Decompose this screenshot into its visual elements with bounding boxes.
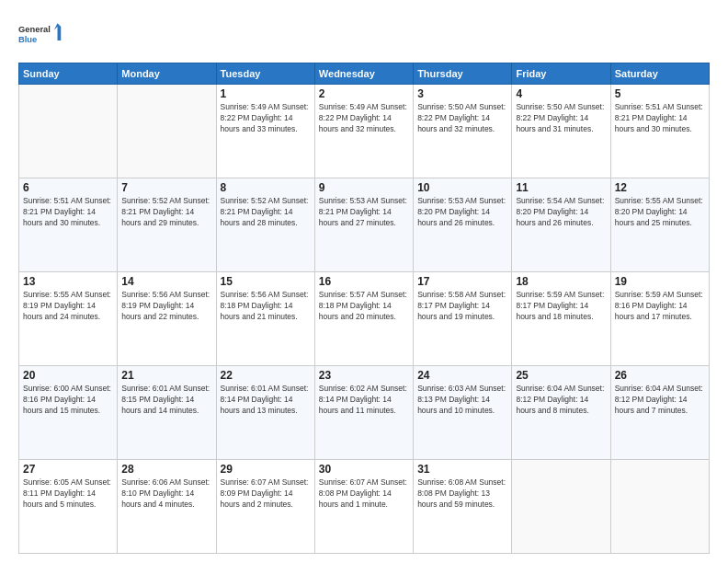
- calendar-cell: 31Sunrise: 6:08 AM Sunset: 8:08 PM Dayli…: [414, 460, 512, 554]
- calendar-cell: 29Sunrise: 6:07 AM Sunset: 8:09 PM Dayli…: [216, 460, 314, 554]
- day-number: 22: [221, 369, 311, 382]
- day-info: Sunrise: 5:59 AM Sunset: 8:16 PM Dayligh…: [615, 290, 705, 323]
- calendar-cell: 3Sunrise: 5:50 AM Sunset: 8:22 PM Daylig…: [414, 85, 512, 178]
- day-number: 9: [319, 181, 409, 194]
- day-info: Sunrise: 5:51 AM Sunset: 8:21 PM Dayligh…: [23, 196, 113, 229]
- calendar-cell: [19, 85, 118, 178]
- day-number: 19: [615, 275, 705, 288]
- day-number: 15: [221, 275, 311, 288]
- calendar-cell: 21Sunrise: 6:01 AM Sunset: 8:15 PM Dayli…: [118, 366, 216, 460]
- day-number: 29: [221, 463, 311, 476]
- calendar-cell: 17Sunrise: 5:58 AM Sunset: 8:17 PM Dayli…: [414, 272, 512, 366]
- calendar-cell: 22Sunrise: 6:01 AM Sunset: 8:14 PM Dayli…: [216, 366, 314, 460]
- day-info: Sunrise: 5:56 AM Sunset: 8:18 PM Dayligh…: [221, 290, 311, 323]
- calendar-cell: [118, 85, 216, 178]
- calendar-cell: 20Sunrise: 6:00 AM Sunset: 8:16 PM Dayli…: [19, 366, 118, 460]
- calendar-cell: [610, 460, 709, 554]
- calendar-cell: 24Sunrise: 6:03 AM Sunset: 8:13 PM Dayli…: [414, 366, 512, 460]
- day-number: 27: [23, 463, 113, 476]
- day-info: Sunrise: 6:00 AM Sunset: 8:16 PM Dayligh…: [23, 384, 113, 417]
- day-number: 12: [615, 181, 705, 194]
- day-number: 11: [516, 181, 606, 194]
- calendar-cell: 16Sunrise: 5:57 AM Sunset: 8:18 PM Dayli…: [314, 272, 413, 366]
- calendar-week-row: 20Sunrise: 6:00 AM Sunset: 8:16 PM Dayli…: [19, 366, 710, 460]
- day-info: Sunrise: 6:01 AM Sunset: 8:14 PM Dayligh…: [221, 384, 311, 417]
- day-number: 5: [615, 87, 705, 100]
- day-number: 2: [319, 87, 409, 100]
- day-number: 16: [319, 275, 409, 288]
- day-number: 8: [221, 181, 311, 194]
- day-info: Sunrise: 5:51 AM Sunset: 8:21 PM Dayligh…: [615, 102, 705, 135]
- calendar: SundayMondayTuesdayWednesdayThursdayFrid…: [18, 63, 710, 554]
- day-number: 20: [23, 369, 113, 382]
- calendar-cell: 26Sunrise: 6:04 AM Sunset: 8:12 PM Dayli…: [610, 366, 709, 460]
- day-number: 10: [417, 181, 507, 194]
- day-number: 4: [516, 87, 606, 100]
- day-number: 7: [121, 181, 211, 194]
- header: General Blue: [18, 15, 710, 53]
- calendar-cell: 6Sunrise: 5:51 AM Sunset: 8:21 PM Daylig…: [19, 178, 118, 272]
- logo-svg: General Blue: [18, 15, 64, 53]
- calendar-week-row: 13Sunrise: 5:55 AM Sunset: 8:19 PM Dayli…: [19, 272, 710, 366]
- day-number: 25: [516, 369, 606, 382]
- day-info: Sunrise: 6:04 AM Sunset: 8:12 PM Dayligh…: [615, 384, 705, 417]
- weekday-header: Thursday: [414, 63, 512, 85]
- svg-text:General: General: [18, 25, 51, 34]
- day-number: 24: [417, 369, 507, 382]
- day-info: Sunrise: 5:53 AM Sunset: 8:21 PM Dayligh…: [319, 196, 409, 229]
- calendar-cell: 8Sunrise: 5:52 AM Sunset: 8:21 PM Daylig…: [216, 178, 314, 272]
- day-info: Sunrise: 5:56 AM Sunset: 8:19 PM Dayligh…: [121, 290, 211, 323]
- calendar-cell: 4Sunrise: 5:50 AM Sunset: 8:22 PM Daylig…: [512, 85, 610, 178]
- weekday-header: Saturday: [610, 63, 709, 85]
- day-info: Sunrise: 6:07 AM Sunset: 8:09 PM Dayligh…: [221, 477, 311, 511]
- calendar-cell: 18Sunrise: 5:59 AM Sunset: 8:17 PM Dayli…: [512, 272, 610, 366]
- day-info: Sunrise: 5:55 AM Sunset: 8:19 PM Dayligh…: [23, 290, 113, 323]
- day-info: Sunrise: 5:57 AM Sunset: 8:18 PM Dayligh…: [319, 290, 409, 323]
- day-info: Sunrise: 5:49 AM Sunset: 8:22 PM Dayligh…: [221, 102, 311, 135]
- calendar-cell: 9Sunrise: 5:53 AM Sunset: 8:21 PM Daylig…: [314, 178, 413, 272]
- day-info: Sunrise: 5:54 AM Sunset: 8:20 PM Dayligh…: [516, 196, 606, 229]
- calendar-cell: 2Sunrise: 5:49 AM Sunset: 8:22 PM Daylig…: [314, 85, 413, 178]
- day-info: Sunrise: 5:52 AM Sunset: 8:21 PM Dayligh…: [221, 196, 311, 229]
- day-info: Sunrise: 5:55 AM Sunset: 8:20 PM Dayligh…: [615, 196, 705, 229]
- calendar-cell: 1Sunrise: 5:49 AM Sunset: 8:22 PM Daylig…: [216, 85, 314, 178]
- calendar-cell: 25Sunrise: 6:04 AM Sunset: 8:12 PM Dayli…: [512, 366, 610, 460]
- logo: General Blue: [18, 15, 64, 53]
- calendar-week-row: 1Sunrise: 5:49 AM Sunset: 8:22 PM Daylig…: [19, 85, 710, 178]
- day-number: 1: [221, 87, 311, 100]
- calendar-body: 1Sunrise: 5:49 AM Sunset: 8:22 PM Daylig…: [19, 85, 710, 554]
- day-number: 17: [417, 275, 507, 288]
- day-info: Sunrise: 6:03 AM Sunset: 8:13 PM Dayligh…: [417, 384, 507, 417]
- day-number: 3: [417, 87, 507, 100]
- day-info: Sunrise: 5:52 AM Sunset: 8:21 PM Dayligh…: [121, 196, 211, 229]
- page: General Blue SundayMondayTuesdayWednesda…: [0, 0, 728, 563]
- weekday-row: SundayMondayTuesdayWednesdayThursdayFrid…: [19, 63, 710, 85]
- day-number: 18: [516, 275, 606, 288]
- calendar-week-row: 6Sunrise: 5:51 AM Sunset: 8:21 PM Daylig…: [19, 178, 710, 272]
- day-number: 13: [23, 275, 113, 288]
- day-info: Sunrise: 6:01 AM Sunset: 8:15 PM Dayligh…: [121, 384, 211, 417]
- day-info: Sunrise: 6:08 AM Sunset: 8:08 PM Dayligh…: [417, 477, 507, 511]
- svg-marker-2: [54, 23, 64, 40]
- day-info: Sunrise: 6:07 AM Sunset: 8:08 PM Dayligh…: [319, 477, 409, 511]
- calendar-week-row: 27Sunrise: 6:05 AM Sunset: 8:11 PM Dayli…: [19, 460, 710, 554]
- day-info: Sunrise: 5:50 AM Sunset: 8:22 PM Dayligh…: [417, 102, 507, 135]
- weekday-header: Monday: [118, 63, 216, 85]
- calendar-cell: 7Sunrise: 5:52 AM Sunset: 8:21 PM Daylig…: [118, 178, 216, 272]
- day-info: Sunrise: 5:58 AM Sunset: 8:17 PM Dayligh…: [417, 290, 507, 323]
- weekday-header: Tuesday: [216, 63, 314, 85]
- calendar-cell: 5Sunrise: 5:51 AM Sunset: 8:21 PM Daylig…: [610, 85, 709, 178]
- day-info: Sunrise: 6:02 AM Sunset: 8:14 PM Dayligh…: [319, 384, 409, 417]
- weekday-header: Friday: [512, 63, 610, 85]
- calendar-cell: 14Sunrise: 5:56 AM Sunset: 8:19 PM Dayli…: [118, 272, 216, 366]
- day-info: Sunrise: 5:50 AM Sunset: 8:22 PM Dayligh…: [516, 102, 606, 135]
- calendar-cell: 12Sunrise: 5:55 AM Sunset: 8:20 PM Dayli…: [610, 178, 709, 272]
- calendar-cell: 19Sunrise: 5:59 AM Sunset: 8:16 PM Dayli…: [610, 272, 709, 366]
- weekday-header: Wednesday: [314, 63, 413, 85]
- calendar-cell: 10Sunrise: 5:53 AM Sunset: 8:20 PM Dayli…: [414, 178, 512, 272]
- day-number: 26: [615, 369, 705, 382]
- day-number: 6: [23, 181, 113, 194]
- day-info: Sunrise: 5:53 AM Sunset: 8:20 PM Dayligh…: [417, 196, 507, 229]
- calendar-cell: 23Sunrise: 6:02 AM Sunset: 8:14 PM Dayli…: [314, 366, 413, 460]
- day-number: 31: [417, 463, 507, 476]
